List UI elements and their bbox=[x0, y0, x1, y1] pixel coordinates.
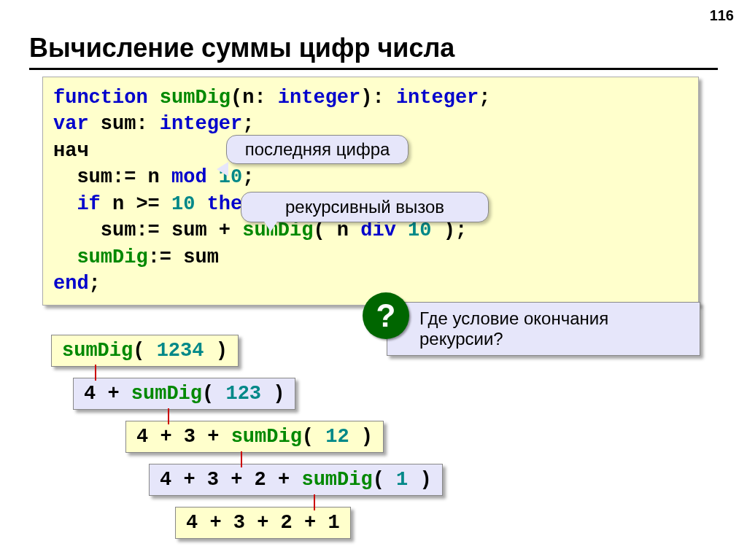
page-number: 116 bbox=[710, 7, 734, 24]
code-line-4: sum:= n mod 10; bbox=[53, 164, 688, 190]
code-block: function sumDig(n: integer): integer; va… bbox=[42, 77, 699, 306]
code-text: ); bbox=[432, 219, 468, 241]
page-title: Вычисление суммы цифр числа bbox=[29, 33, 718, 70]
code-text bbox=[195, 193, 206, 215]
code-text: 4 + bbox=[84, 383, 131, 405]
callout-last-digit: последняя цифра bbox=[226, 135, 409, 164]
fn-name: sumDig bbox=[148, 87, 231, 109]
callout-recursive-call: рекурсивный вызов bbox=[241, 192, 489, 222]
num-literal: 12 bbox=[325, 426, 349, 448]
code-text: ) bbox=[261, 383, 285, 405]
fn-name: sumDig bbox=[77, 246, 147, 268]
kw-if: if bbox=[77, 193, 100, 215]
code-line-7: sumDig:= sum bbox=[53, 244, 688, 271]
question-box: Где условие окончания рекурсии? bbox=[387, 302, 700, 356]
code-text: ; bbox=[242, 166, 254, 188]
step-4: 4 + 3 + 2 + sumDig( 1 ) bbox=[149, 464, 443, 496]
num-literal: 123 bbox=[225, 383, 261, 405]
code-line-8: end; bbox=[53, 271, 688, 297]
code-text: sum:= n bbox=[53, 166, 171, 188]
code-text: ) bbox=[204, 340, 227, 362]
fn-name: sumDig bbox=[231, 426, 302, 448]
kw-integer: integer bbox=[278, 87, 360, 109]
code-text bbox=[53, 246, 77, 268]
code-text: ( bbox=[202, 383, 225, 405]
code-text: n >= bbox=[101, 193, 171, 215]
fn-name: sumDig bbox=[301, 469, 372, 491]
num-literal: 10 bbox=[408, 219, 431, 241]
code-text: ; bbox=[89, 273, 101, 295]
code-text bbox=[53, 193, 77, 215]
code-text: ( n bbox=[313, 219, 360, 241]
connector-line bbox=[95, 365, 96, 381]
num-literal: 1234 bbox=[157, 340, 204, 362]
code-text: ( bbox=[302, 426, 325, 448]
num-literal: 10 bbox=[171, 193, 195, 215]
kw-end: end bbox=[53, 273, 89, 295]
fn-name: sumDig bbox=[131, 383, 202, 405]
code-text: sum:= sum + bbox=[53, 219, 242, 241]
kw-integer: integer bbox=[160, 113, 242, 135]
code-text: ): bbox=[360, 87, 396, 109]
step-1: sumDig( 1234 ) bbox=[51, 335, 239, 367]
code-text: := sum bbox=[148, 246, 219, 268]
code-text: ( bbox=[373, 469, 396, 491]
kw-function: function bbox=[53, 87, 148, 109]
kw-mod: mod bbox=[171, 166, 207, 188]
code-text: 4 + 3 + 2 + bbox=[160, 469, 301, 491]
step-3: 4 + 3 + sumDig( 12 ) bbox=[125, 421, 384, 453]
code-text bbox=[396, 219, 408, 241]
fn-name: sumDig bbox=[62, 340, 133, 362]
code-text: (n: bbox=[231, 87, 278, 109]
code-text: sum: bbox=[89, 113, 160, 135]
step-2: 4 + sumDig( 123 ) bbox=[73, 378, 295, 410]
code-text: ; bbox=[479, 87, 490, 109]
code-text: ( bbox=[133, 340, 156, 362]
code-text: ; bbox=[242, 113, 254, 135]
code-text: 4 + 3 + bbox=[136, 426, 231, 448]
question-mark-icon: ? bbox=[363, 292, 409, 339]
code-line-2: var sum: integer; bbox=[53, 111, 688, 137]
num-literal: 1 bbox=[396, 469, 408, 491]
code-text: ) bbox=[349, 426, 373, 448]
step-5: 4 + 3 + 2 + 1 bbox=[175, 507, 351, 539]
kw-var: var bbox=[53, 113, 89, 135]
connector-line bbox=[168, 408, 169, 424]
connector-line bbox=[241, 451, 242, 467]
code-text: ) bbox=[408, 469, 431, 491]
connector-line bbox=[314, 494, 315, 510]
kw-integer: integer bbox=[396, 87, 479, 109]
kw-div: div bbox=[360, 219, 396, 241]
code-line-1: function sumDig(n: integer): integer; bbox=[53, 85, 688, 111]
